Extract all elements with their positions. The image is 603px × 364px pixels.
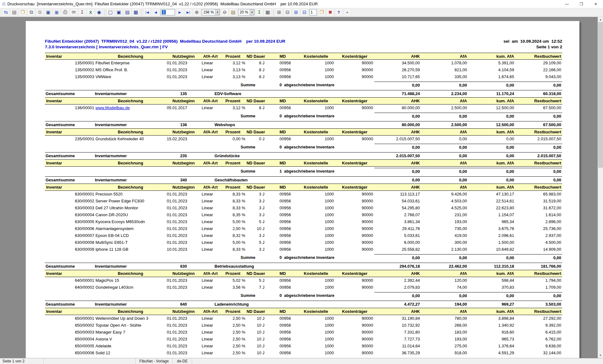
scrollbar-thumb[interactable] — [598, 22, 603, 168]
gesamtsumme-value: 4.472,27 — [374, 301, 421, 308]
minimize-button[interactable]: — — [560, 0, 574, 8]
value-cell: 10 J — [246, 343, 266, 350]
column-header-kostentr-ger: Kostenträger — [335, 160, 374, 166]
summe-value: 0,00 — [374, 168, 421, 175]
value-cell: 2.937,00 — [515, 232, 562, 239]
inventory-row: 630/00004Canon DR-2020U01.01.2023Linear8… — [45, 211, 562, 218]
scroll-up-icon[interactable]: ▲ — [598, 17, 603, 22]
value-cell: 00956 — [266, 239, 297, 246]
close-preview-button[interactable]: ✖ — [326, 8, 334, 16]
scroll-down-icon[interactable]: ▼ — [598, 353, 603, 358]
vertical-scrollbar[interactable]: ▲ ▼ — [598, 17, 603, 358]
value-cell: 90000 — [335, 343, 374, 350]
collapse-group-button[interactable]: ⊟ — [284, 8, 291, 16]
prev-page-button[interactable]: ◀ — [152, 8, 160, 16]
expand-all-groups-button[interactable]: ⊞ — [292, 8, 300, 16]
thumbnail-zoom-select[interactable]: 20 %▼ — [238, 9, 254, 15]
help-button[interactable]: ? — [335, 8, 343, 16]
website-link[interactable]: www.Modellbau.de — [95, 105, 130, 110]
value-cell: 1000 — [297, 60, 335, 67]
value-cell: 67.500,00 — [515, 104, 562, 111]
page-setup-button[interactable]: ▤ — [10, 8, 18, 16]
value-cell: 01.01.2023 — [166, 315, 201, 322]
first-page-button[interactable]: |◀ — [143, 8, 151, 16]
next-page-button[interactable]: ▶ — [176, 8, 184, 16]
value-cell: 36.735,29 — [374, 350, 421, 356]
view-100-percent-button[interactable]: ▣ — [115, 8, 123, 16]
value-cell: 3,13 % — [220, 73, 246, 80]
value-cell: 1.674,65 — [468, 73, 515, 80]
column-header-prozent: Prozent — [220, 270, 246, 277]
gesamtsumme-row: GesamtsummeInventarnummer340Geschäftsbau… — [45, 176, 562, 184]
close-button[interactable]: ✕ — [589, 0, 603, 8]
column-header-kostentr-ger: Kostenträger — [335, 129, 374, 135]
maximize-button[interactable]: ❐ — [574, 0, 589, 8]
navigate-pages-button[interactable]: ⇆ — [2, 8, 10, 16]
inventory-row: 630/00007Epson EB-04 LCD01.01.2023Linear… — [45, 232, 562, 239]
scrollbar-track[interactable] — [598, 22, 603, 353]
bezeichnung-cell: MultiSync E651-T — [95, 239, 166, 246]
view-page-width-button[interactable]: ▤ — [123, 8, 131, 16]
email-button[interactable]: ✉ — [70, 8, 78, 16]
value-cell: 3,12 % — [220, 104, 246, 111]
excel-export-button[interactable]: X — [87, 8, 95, 16]
inventory-row: 650/00001Wellenmöbel Up and Down 301.01.… — [45, 315, 562, 322]
value-cell: 300,00 — [421, 239, 468, 246]
value-cell: 4.500,00 — [515, 239, 562, 246]
save-button[interactable]: ▣ — [44, 8, 52, 16]
gesamtsumme-label: Gesamtsumme — [45, 153, 95, 159]
value-cell: 231,00 — [421, 211, 468, 218]
collapse-all-groups-button[interactable]: ⊟ — [301, 8, 308, 16]
column-header-inventar: Inventar — [45, 53, 95, 60]
value-cell: 01.01.2023 — [166, 277, 201, 284]
view-two-pages-button[interactable]: ▦ — [132, 8, 140, 16]
expand-group-button[interactable]: ⊞ — [275, 8, 283, 16]
zoom-in-button[interactable]: ⊕ — [193, 8, 201, 16]
inventar-number: 630/00003 — [45, 205, 95, 211]
toolbar-overflow-button[interactable]: ▾ — [343, 8, 351, 16]
value-cell: 90000 — [335, 191, 374, 198]
statusbar-template-name: FibuNet - Vorlage — [136, 358, 173, 364]
value-cell: 275,00 — [421, 343, 468, 350]
print-button[interactable]: ⎙ — [61, 8, 69, 16]
value-cell: 1000 — [297, 104, 335, 111]
value-cell: 2,50 % — [220, 329, 246, 336]
save-as-button[interactable]: ▣ — [53, 8, 61, 16]
value-cell: 01.01.2023 — [166, 239, 201, 246]
column-header-nutzbeginn: Nutzbeginn — [166, 160, 201, 166]
value-cell: 1000 — [297, 239, 335, 246]
table-view-button[interactable]: ▦ — [264, 8, 272, 16]
value-cell: 00956 — [266, 198, 297, 205]
zoom-level-select[interactable]: 156 %▼ — [202, 9, 220, 15]
zoom-out-button[interactable]: ⊖ — [221, 8, 229, 16]
gesamtsumme-value: 194,00 — [421, 301, 468, 308]
page-number-input[interactable]: 1 — [160, 9, 175, 15]
dropdown-arrow-icon[interactable]: ▼ — [250, 9, 254, 15]
column-header-afa-art: AfA-Art — [201, 184, 220, 190]
load-data-button[interactable]: ↧ — [255, 8, 263, 16]
value-cell: 27.292,00 — [515, 315, 562, 322]
value-cell: 01.01.2023 — [166, 191, 201, 198]
report-subtitle: 7.3.0 Inventarverzeichnis [ Inventarverz… — [45, 44, 168, 50]
search-button[interactable]: ◉ — [95, 8, 103, 16]
copy-page-button[interactable]: ⧉ — [27, 8, 35, 16]
bezeichnung-cell: Epson EB-04 LCD — [95, 232, 166, 239]
thumbnail-view-button[interactable]: ▤ — [229, 8, 237, 16]
open-report-button[interactable]: ❐ — [19, 8, 27, 16]
copy-all-pages-button[interactable]: ⧉ — [36, 8, 44, 16]
value-cell: 15.02.2023 — [166, 136, 201, 142]
summe-value: 0,00 — [515, 113, 562, 120]
value-cell: Linear — [201, 315, 220, 322]
dropdown-arrow-icon[interactable]: ▼ — [215, 9, 220, 15]
last-page-button[interactable]: ▶| — [184, 8, 192, 16]
open-folder-button[interactable]: ❐ — [318, 8, 326, 16]
value-cell: 01.01.2023 — [166, 336, 201, 343]
view-whole-page-button[interactable]: ▢ — [106, 8, 114, 16]
column-header-afa: AfA — [421, 53, 468, 60]
value-cell: 0,00 % — [220, 136, 246, 142]
value-cell: 01.01.2023 — [166, 198, 201, 205]
summe-value: 0,00 — [468, 168, 515, 175]
value-cell: 6.762,00 — [515, 336, 562, 343]
group-level-input[interactable]: 1 — [309, 9, 317, 15]
export-button[interactable]: ↧ — [78, 8, 86, 16]
